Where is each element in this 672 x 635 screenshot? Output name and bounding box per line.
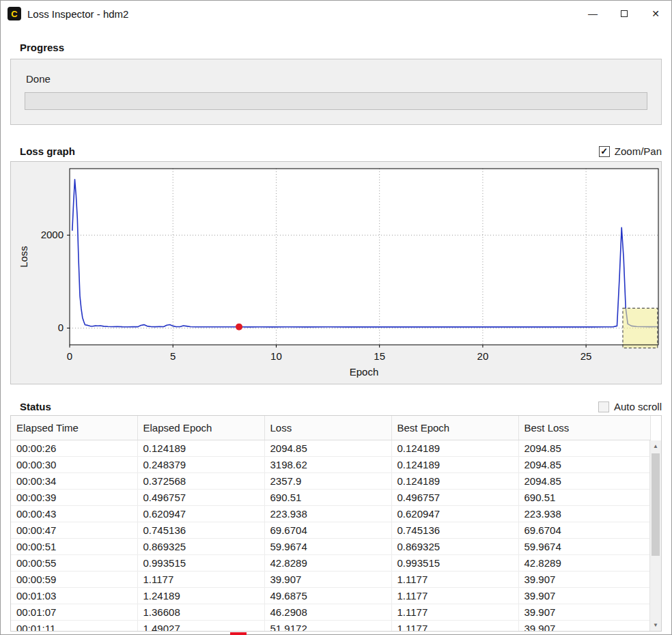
table-row[interactable]: 00:00:550.99351542.82890.99351542.8289 [11, 554, 651, 571]
table-cell: 1.24189 [137, 587, 264, 604]
close-button[interactable]: ✕ [640, 1, 671, 27]
table-row[interactable]: 00:00:470.74513669.67040.74513669.6704 [11, 522, 651, 538]
table-cell: 690.51 [518, 489, 651, 505]
table-cell: 1.49027 [137, 620, 264, 632]
progress-section-label: Progress [20, 42, 662, 53]
table-cell: 1.1177 [391, 587, 518, 604]
table-cell: 0.248379 [137, 456, 264, 472]
window-content: Progress Done Loss graph ✓ Zoom/Pan 0510… [1, 27, 671, 634]
table-cell: 00:00:51 [11, 538, 137, 554]
table-cell: 2094.85 [518, 472, 651, 489]
minimize-icon: — [588, 8, 598, 19]
progress-bar [25, 92, 647, 110]
column-header-loss[interactable]: Loss [264, 416, 391, 440]
table-cell: 0.745136 [391, 522, 518, 538]
table-cell: 0.124189 [391, 440, 518, 456]
table-row[interactable]: 00:00:510.86932559.96740.86932559.9674 [11, 538, 651, 554]
table-cell: 46.2908 [264, 604, 391, 620]
scroll-up-icon: ▲ [653, 443, 658, 449]
zoom-pan-checkbox-box[interactable]: ✓ [599, 146, 610, 157]
table-cell: 0.620947 [391, 505, 518, 522]
table-cell: 0.496757 [137, 489, 264, 505]
table-row[interactable]: 00:01:111.4902751.91721.117739.907 [11, 620, 651, 632]
close-icon: ✕ [652, 8, 660, 19]
table-cell: 0.993515 [391, 554, 518, 571]
status-header-row: Status Auto scroll [10, 401, 662, 412]
table-cell: 39.907 [518, 571, 651, 587]
column-header-elapsed-time[interactable]: Elapsed Time [11, 416, 137, 440]
status-table: Elapsed TimeElapsed EpochLossBest EpochB… [11, 416, 651, 632]
table-cell: 0.124189 [391, 456, 518, 472]
table-cell: 69.6704 [518, 522, 651, 538]
table-row[interactable]: 00:00:390.496757690.510.496757690.51 [11, 489, 651, 505]
table-row[interactable]: 00:00:260.1241892094.850.1241892094.85 [11, 440, 651, 456]
app-icon: C [8, 7, 21, 20]
app-icon-letter: C [11, 9, 17, 19]
table-cell: 1.36608 [137, 604, 264, 620]
column-header-best-epoch[interactable]: Best Epoch [391, 416, 518, 440]
table-cell: 0.124189 [137, 440, 264, 456]
table-row[interactable]: 00:01:031.2418949.68751.117739.907 [11, 587, 651, 604]
auto-scroll-checkbox-box[interactable] [598, 401, 609, 412]
zoom-pan-checkbox[interactable]: ✓ Zoom/Pan [599, 145, 662, 157]
table-cell: 00:00:30 [11, 456, 137, 472]
table-cell: 690.51 [264, 489, 391, 505]
status-section-label: Status [20, 401, 51, 412]
loss-graph-section-label: Loss graph [20, 145, 75, 157]
table-row[interactable]: 00:01:071.3660846.29081.117739.907 [11, 604, 651, 620]
table-row[interactable]: 00:00:430.620947223.9380.620947223.938 [11, 505, 651, 522]
table-cell: 42.8289 [264, 554, 391, 571]
plot-background [70, 169, 658, 345]
table-cell: 0.372568 [137, 472, 264, 489]
table-cell: 00:00:39 [11, 489, 137, 505]
scrollbar-thumb[interactable] [652, 453, 660, 556]
table-cell: 2094.85 [518, 440, 651, 456]
auto-scroll-checkbox[interactable]: Auto scroll [598, 401, 662, 412]
table-cell: 2094.85 [264, 440, 391, 456]
table-cell: 0.993515 [137, 554, 264, 571]
table-cell: 3198.62 [264, 456, 391, 472]
scroll-down-button[interactable]: ▼ [650, 619, 661, 631]
table-cell: 2094.85 [518, 456, 651, 472]
table-cell: 223.938 [264, 505, 391, 522]
scrollbar-track[interactable] [650, 452, 661, 619]
table-cell: 00:00:55 [11, 554, 137, 571]
zoom-selection-region[interactable] [623, 308, 658, 348]
minimize-button[interactable]: — [577, 1, 608, 27]
table-cell: 39.907 [518, 587, 651, 604]
table-cell: 00:00:43 [11, 505, 137, 522]
table-cell: 59.9674 [264, 538, 391, 554]
table-cell: 0.620947 [137, 505, 264, 522]
table-cell: 00:00:34 [11, 472, 137, 489]
table-cell: 0.869325 [391, 538, 518, 554]
table-cell: 1.1177 [391, 620, 518, 632]
table-row[interactable]: 00:00:591.117739.9071.117739.907 [11, 571, 651, 587]
table-cell: 00:00:26 [11, 440, 137, 456]
table-cell: 0.124189 [391, 472, 518, 489]
checkmark-icon: ✓ [600, 147, 608, 156]
auto-scroll-label: Auto scroll [614, 401, 662, 412]
loss-chart[interactable]: 051015202502000EpochLoss [11, 162, 662, 384]
x-tick-label: 10 [270, 350, 282, 362]
zoom-pan-label: Zoom/Pan [615, 145, 662, 157]
x-tick-label: 15 [374, 350, 385, 362]
column-header-best-loss[interactable]: Best Loss [518, 416, 651, 440]
table-cell: 69.6704 [264, 522, 391, 538]
loss-graph-header-row: Loss graph ✓ Zoom/Pan [10, 145, 662, 157]
titlebar: C Loss Inspector - hdm2 — ✕ [1, 1, 671, 27]
table-row[interactable]: 00:00:300.2483793198.620.1241892094.85 [11, 456, 651, 472]
scroll-up-button[interactable]: ▲ [650, 440, 661, 452]
table-row[interactable]: 00:00:340.3725682357.90.1241892094.85 [11, 472, 651, 489]
table-scrollbar[interactable]: ▲ ▼ [649, 440, 661, 631]
table-cell: 00:00:47 [11, 522, 137, 538]
maximize-button[interactable] [608, 1, 640, 27]
table-cell: 49.6875 [264, 587, 391, 604]
table-cell: 00:00:59 [11, 571, 137, 587]
table-cell: 2357.9 [264, 472, 391, 489]
scroll-down-icon: ▼ [653, 622, 658, 628]
table-cell: 00:01:07 [11, 604, 137, 620]
table-cell: 00:01:03 [11, 587, 137, 604]
table-cell: 1.1177 [391, 571, 518, 587]
column-header-elapsed-epoch[interactable]: Elapsed Epoch [137, 416, 264, 440]
progress-status-label: Done [26, 73, 647, 85]
